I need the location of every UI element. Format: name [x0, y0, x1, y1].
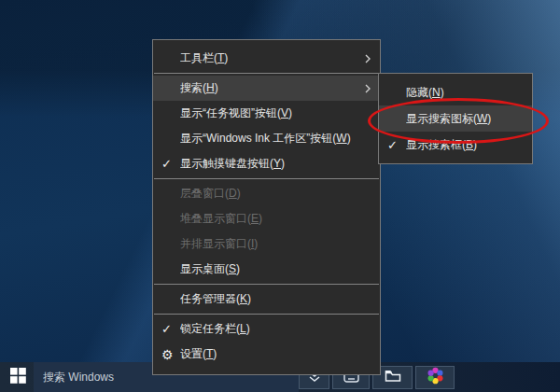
menu-item-lock-taskbar[interactable]: ✓ 锁定任务栏(L)	[153, 316, 380, 342]
menu-separator	[154, 284, 379, 285]
taskbar-context-menu: 工具栏(T) 搜索(H) 显示“任务视图”按钮(V) 显示“Windows In…	[152, 39, 381, 375]
checkmark-icon: ✓	[161, 323, 180, 335]
menu-item-show-desktop[interactable]: 显示桌面(S)	[153, 257, 380, 282]
gear-icon: ⚙	[161, 348, 180, 361]
menu-item-show-windows-side-by-side: 并排显示窗口(I)	[153, 231, 380, 257]
submenu-item-hidden[interactable]: 隐藏(N)	[379, 79, 532, 105]
menu-item-show-windows-ink-workspace-button[interactable]: 显示“Windows Ink 工作区”按钮(W)	[153, 126, 380, 151]
windows-logo-icon	[10, 368, 26, 386]
checkmark-icon: ✓	[387, 139, 406, 151]
menu-separator	[154, 73, 379, 74]
menu-item-toolbars[interactable]: 工具栏(T)	[153, 46, 380, 71]
menu-item-search[interactable]: 搜索(H)	[153, 76, 380, 101]
color-pinwheel-icon	[427, 367, 444, 388]
menu-item-settings[interactable]: ⚙ 设置(T)	[153, 342, 380, 367]
menu-item-show-task-view-button[interactable]: 显示“任务视图”按钮(V)	[153, 101, 380, 126]
menu-item-show-stacked-windows: 堆叠显示窗口(E)	[153, 206, 380, 231]
submenu-item-show-search-icon[interactable]: 显示搜索图标(W)	[379, 105, 532, 132]
checkmark-icon: ✓	[161, 158, 180, 170]
menu-item-task-manager[interactable]: 任务管理器(K)	[153, 287, 380, 312]
menu-separator	[154, 314, 379, 315]
color-app-button[interactable]	[415, 366, 455, 389]
menu-item-cascade-windows: 层叠窗口(D)	[153, 181, 380, 206]
submenu-arrow-icon	[365, 54, 371, 63]
menu-separator	[154, 178, 379, 179]
submenu-arrow-icon	[365, 84, 371, 93]
menu-item-show-touch-keyboard-button[interactable]: ✓ 显示触摸键盘按钮(Y)	[153, 151, 380, 176]
folder-icon	[385, 370, 401, 386]
search-submenu: 隐藏(N) 显示搜索图标(W) ✓ 显示搜索框(B)	[378, 73, 533, 164]
start-button[interactable]	[6, 366, 30, 388]
submenu-item-show-search-box[interactable]: ✓ 显示搜索框(B)	[379, 132, 532, 158]
